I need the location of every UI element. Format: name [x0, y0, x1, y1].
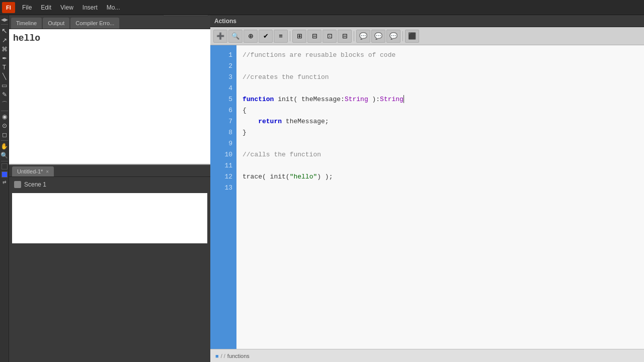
toolbar-sep-2 — [354, 31, 354, 41]
return-val: theMessage; — [282, 118, 329, 125]
menu-view[interactable]: View — [56, 3, 77, 13]
timeline-tab-untitled[interactable]: Untitled-1* × — [12, 166, 54, 176]
panel-tabs-row: A Actions Timeline Output Compiler Erro.… — [9, 15, 210, 29]
line-numbers: 1 2 3 4 5 6 7 8 9 10 11 12 13 — [210, 45, 236, 349]
tool-collapse[interactable]: ⊟ — [307, 30, 321, 43]
code-space-1 — [274, 96, 278, 103]
line-num-1: 1 — [210, 49, 236, 60]
scene-icon — [14, 181, 21, 188]
tab-timeline[interactable]: Timeline — [11, 18, 42, 29]
output-text: hello — [13, 33, 206, 43]
tool-show-hidden[interactable]: ⬛ — [405, 30, 419, 43]
breadcrumb-sep-1: / / — [221, 353, 225, 359]
timeline-tabs: Untitled-1* × — [9, 165, 210, 177]
menu-bar: Fl File Edit View Insert Mo... — [0, 0, 644, 15]
close-tab-btn[interactable]: × — [46, 169, 49, 174]
scene-label: Scene 1 — [24, 181, 46, 188]
code-line-9 — [243, 138, 638, 149]
tool-collapse-sel[interactable]: ⊟ — [338, 30, 352, 43]
actions-titlebar: Actions — [210, 15, 644, 27]
menu-more[interactable]: Mo... — [103, 3, 124, 13]
close-brace: } — [243, 129, 247, 136]
code-line-7: return theMessage; — [243, 116, 638, 127]
breadcrumb-bar: ■ / / functions — [210, 349, 644, 362]
timeline-content: Scene 1 — [9, 177, 210, 362]
pencil-tool[interactable]: ✎ — [2, 91, 7, 98]
subselect-tool[interactable]: ↗ — [2, 37, 7, 44]
eyedrop-tool[interactable]: ⊙ — [2, 122, 7, 129]
pen-tool[interactable]: ✒ — [2, 55, 7, 62]
line-num-8: 8 — [210, 127, 236, 138]
param-name: theMessage — [301, 96, 341, 103]
brush-tool[interactable]: ⌒ — [2, 100, 8, 109]
type-string-2: String — [380, 96, 404, 103]
tool-apply-line[interactable]: 💬 — [371, 30, 385, 43]
code-line-1: //functions are reusable blocks of code — [243, 49, 638, 60]
tool-auto-format[interactable]: ≡ — [274, 30, 288, 43]
open-brace: { — [243, 107, 247, 114]
code-comment-1: //functions are reusable blocks of code — [243, 51, 395, 59]
code-line-2 — [243, 60, 638, 71]
line-num-3: 3 — [210, 71, 236, 82]
zoom-tool[interactable]: 🔍 — [1, 152, 8, 159]
line-num-10: 10 — [210, 149, 236, 160]
eraser-tool[interactable]: ◻ — [2, 131, 7, 138]
code-comment-3: //creates the function — [243, 73, 329, 81]
func-name: init( — [278, 96, 301, 103]
string-hello: "hello" — [290, 173, 317, 180]
menu-edit[interactable]: Edit — [37, 3, 55, 13]
black-color-swatch[interactable] — [2, 163, 8, 169]
app-logo: Fl — [2, 2, 15, 13]
actions-panel-title: Actions — [214, 18, 236, 25]
tool-add[interactable]: ➕ — [213, 30, 227, 43]
actions-float-tab[interactable]: A Actions — [163, 15, 208, 16]
line-tool[interactable]: ╲ — [3, 73, 6, 80]
trace-call: trace( init( — [243, 173, 290, 180]
keyword-return: return — [258, 118, 282, 125]
tool-remove-comment[interactable]: 💬 — [386, 30, 400, 43]
arrow-tool[interactable]: ↖ — [2, 27, 8, 35]
type-string-1: String — [345, 96, 368, 103]
text-tool[interactable]: T — [3, 64, 6, 71]
actions-content: 1 2 3 4 5 6 7 8 9 10 11 12 13 //function… — [210, 45, 644, 349]
menu-items: File Edit View Insert Mo... — [18, 3, 124, 13]
code-line-5: function init( theMessage : String ): St… — [243, 94, 638, 105]
tool-apply-block[interactable]: 💬 — [356, 30, 370, 43]
tool-expand[interactable]: ⊡ — [323, 30, 337, 43]
toolbar-collapse[interactable]: ◀▶ — [1, 17, 8, 22]
tab-compiler-errors[interactable]: Compiler Erro... — [70, 18, 119, 29]
menu-file[interactable]: File — [18, 3, 36, 13]
paren-close: ): — [368, 96, 380, 103]
menu-insert[interactable]: Insert — [78, 3, 102, 13]
line-num-6: 6 — [210, 105, 236, 116]
code-line-11 — [243, 160, 638, 171]
line-num-4: 4 — [210, 82, 236, 94]
code-comment-10: //calls the function — [243, 151, 321, 158]
code-line-4 — [243, 82, 638, 94]
line-num-7: 7 — [210, 116, 236, 127]
rect-tool[interactable]: ▭ — [2, 82, 7, 89]
blue-color-swatch[interactable] — [2, 171, 8, 177]
line-num-9: 9 — [210, 138, 236, 149]
lasso-tool[interactable]: ⌘ — [2, 46, 8, 53]
code-editor[interactable]: //functions are reusable blocks of code … — [236, 45, 644, 349]
main-layout: ◀▶ ↖ ↗ ⌘ ✒ T ╲ ▭ ✎ ⌒ ◉ ⊙ ◻ ✋ 🔍 ⇄ A Actio… — [0, 15, 644, 362]
indent-spaces — [243, 118, 258, 125]
tool-find[interactable]: 🔍 — [228, 30, 243, 43]
breadcrumb-root: ■ — [215, 353, 219, 359]
hand-tool[interactable]: ✋ — [1, 143, 8, 150]
tab-output[interactable]: Output — [43, 18, 69, 29]
scene-item: Scene 1 — [12, 180, 207, 189]
code-line-13 — [243, 182, 638, 193]
bucket-tool[interactable]: ◉ — [2, 113, 7, 120]
line-num-5: 5 — [210, 94, 236, 105]
tool-debug-options[interactable]: ⊞ — [292, 30, 306, 43]
keyword-function: function — [243, 96, 274, 103]
swap-colors[interactable]: ⇄ — [3, 179, 7, 185]
tool-check-syntax[interactable]: ✔ — [259, 30, 273, 43]
code-line-12: trace( init( "hello" ) ); — [243, 171, 638, 182]
toolbar-sep-3 — [403, 31, 403, 41]
stage-area — [12, 193, 207, 243]
tool-insert-target[interactable]: ⊕ — [244, 30, 258, 43]
colon-1: : — [341, 96, 345, 103]
